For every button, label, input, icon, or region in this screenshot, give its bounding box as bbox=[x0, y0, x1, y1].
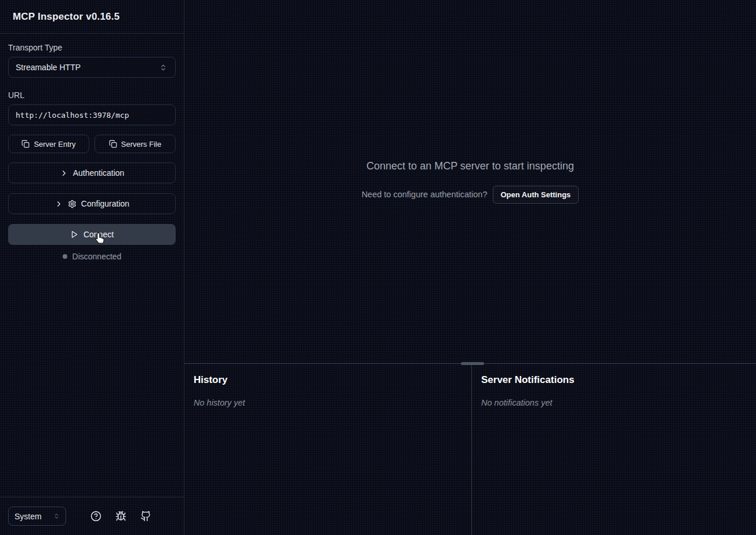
empty-state-title: Connect to an MCP server to start inspec… bbox=[366, 160, 574, 172]
sidebar-body: Transport Type Streamable HTTP URL Serve… bbox=[0, 34, 184, 497]
server-notifications-title: Server Notifications bbox=[481, 374, 747, 386]
main-empty-state: Connect to an MCP server to start inspec… bbox=[184, 0, 756, 363]
configuration-toggle[interactable]: Configuration bbox=[8, 193, 176, 214]
servers-file-label: Servers File bbox=[121, 140, 161, 149]
bug-icon[interactable] bbox=[114, 509, 128, 523]
history-empty-text: No history yet bbox=[194, 398, 462, 407]
sidebar: MCP Inspector v0.16.5 Transport Type Str… bbox=[0, 0, 184, 535]
server-entry-button[interactable]: Server Entry bbox=[8, 135, 89, 153]
server-entry-label: Server Entry bbox=[34, 140, 75, 149]
copy-icon bbox=[21, 140, 30, 148]
status-text: Disconnected bbox=[72, 252, 122, 261]
authentication-label: Authentication bbox=[73, 168, 125, 178]
connection-status: Disconnected bbox=[8, 252, 176, 261]
play-icon bbox=[70, 230, 78, 238]
app-title: MCP Inspector v0.16.5 bbox=[13, 11, 119, 23]
status-dot bbox=[63, 254, 67, 259]
transport-type-value: Streamable HTTP bbox=[16, 63, 81, 72]
url-input[interactable] bbox=[16, 111, 168, 120]
chevron-right-icon bbox=[54, 200, 63, 208]
connect-button[interactable]: Connect bbox=[8, 224, 176, 245]
transport-type-label: Transport Type bbox=[8, 43, 176, 52]
url-label: URL bbox=[8, 91, 176, 100]
notifications-empty-text: No notifications yet bbox=[481, 398, 747, 407]
theme-select[interactable]: System bbox=[8, 507, 66, 526]
panel-resize-handle[interactable] bbox=[461, 362, 484, 365]
auth-prompt-text: Need to configure authentication? bbox=[362, 190, 488, 199]
gear-icon bbox=[68, 200, 77, 208]
open-auth-settings-button[interactable]: Open Auth Settings bbox=[493, 186, 579, 204]
copy-icon bbox=[109, 140, 117, 148]
main-column: Connect to an MCP server to start inspec… bbox=[184, 0, 756, 535]
bottom-panels: History No history yet Server Notificati… bbox=[184, 363, 756, 535]
transport-type-select[interactable]: Streamable HTTP bbox=[8, 57, 176, 78]
url-input-wrap bbox=[8, 104, 176, 125]
sidebar-footer: System bbox=[0, 497, 184, 535]
history-panel: History No history yet bbox=[184, 364, 471, 535]
authentication-toggle[interactable]: Authentication bbox=[8, 162, 176, 183]
chevrons-up-down-icon bbox=[158, 63, 168, 73]
configuration-label: Configuration bbox=[81, 199, 129, 208]
footer-icons bbox=[66, 509, 176, 523]
history-title: History bbox=[194, 374, 462, 386]
servers-file-button[interactable]: Servers File bbox=[94, 135, 176, 153]
sidebar-header: MCP Inspector v0.16.5 bbox=[0, 0, 184, 34]
help-circle-icon[interactable] bbox=[89, 509, 103, 523]
chevron-right-icon bbox=[60, 169, 68, 178]
server-notifications-panel: Server Notifications No notifications ye… bbox=[472, 364, 756, 535]
chevrons-up-down-icon bbox=[53, 513, 60, 519]
github-icon[interactable] bbox=[139, 509, 152, 523]
connect-label: Connect bbox=[83, 230, 114, 239]
theme-select-value: System bbox=[14, 512, 42, 521]
auth-prompt-row: Need to configure authentication? Open A… bbox=[362, 186, 579, 204]
